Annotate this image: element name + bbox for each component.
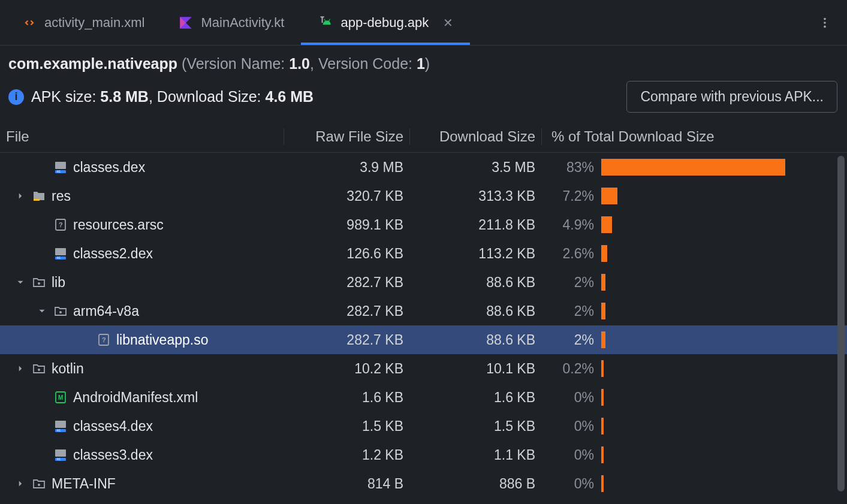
chevron-down-icon[interactable]: [36, 305, 48, 317]
raw-size: 1.2 KB: [284, 447, 409, 463]
pct-value: 0%: [541, 418, 601, 434]
raw-size: 282.7 KB: [284, 332, 409, 348]
tab-label: activity_main.xml: [44, 15, 144, 31]
pct-bar: [601, 389, 847, 406]
compare-button[interactable]: Compare with previous APK...: [626, 81, 837, 113]
dex-icon: [53, 447, 68, 463]
manifest-icon: [53, 390, 68, 405]
raw-size: 282.7 KB: [284, 274, 409, 291]
file-name: resources.arsc: [73, 217, 164, 233]
table-row[interactable]: classes2.dex 126.6 KB 113.2 KB 2.6%: [0, 239, 847, 268]
folder-dot-icon: [53, 303, 68, 319]
pct-bar: [601, 188, 847, 204]
file-name: libnativeapp.so: [116, 332, 208, 348]
download-size: 3.5 MB: [409, 159, 541, 176]
folder-dot-icon: [31, 361, 47, 376]
pct-bar: [601, 331, 847, 348]
pct-bar: [601, 446, 847, 463]
pct-bar: [601, 475, 847, 492]
pct-value: 7.2%: [541, 188, 601, 204]
dex-icon: [53, 246, 68, 261]
col-download[interactable]: Download Size: [409, 128, 541, 145]
download-size: 886 B: [409, 476, 541, 492]
pct-value: 2%: [541, 332, 601, 348]
chevron-right-icon[interactable]: [14, 363, 26, 375]
file-name: classes3.dex: [73, 447, 153, 463]
folder-dot-icon: [31, 476, 47, 491]
col-file[interactable]: File: [6, 128, 284, 145]
folder-dot-icon: [31, 274, 47, 290]
scrollbar-thumb[interactable]: [837, 156, 845, 491]
scrollbar[interactable]: [837, 156, 845, 500]
chevron-right-icon[interactable]: [14, 478, 26, 490]
chevron-right-icon[interactable]: [14, 190, 26, 202]
more-button[interactable]: [803, 0, 847, 45]
folder-icon: [31, 188, 47, 204]
file-name: kotlin: [52, 361, 84, 377]
table-row[interactable]: AndroidManifest.xml 1.6 KB 1.6 KB 0%: [0, 383, 847, 412]
file-name: META-INF: [52, 476, 116, 492]
raw-size: 126.6 KB: [284, 246, 409, 262]
download-size: 88.6 KB: [409, 332, 541, 348]
pct-value: 2%: [541, 274, 601, 291]
file-name: res: [52, 188, 71, 204]
download-size: 313.3 KB: [409, 188, 541, 204]
unknown-icon: [96, 332, 111, 348]
tab-app-debug-apk[interactable]: app-debug.apk ✕: [301, 0, 470, 45]
table-row[interactable]: arm64-v8a 282.7 KB 88.6 KB 2%: [0, 297, 847, 325]
dex-icon: [53, 418, 68, 434]
table-row[interactable]: resources.arsc 989.1 KB 211.8 KB 4.9%: [0, 210, 847, 239]
pct-bar: [601, 303, 847, 319]
pct-bar: [601, 274, 847, 291]
table-row[interactable]: META-INF 814 B 886 B 0%: [0, 469, 847, 498]
raw-size: 3.9 MB: [284, 159, 409, 176]
apk-icon: [318, 15, 333, 31]
table-row[interactable]: kotlin 10.2 KB 10.1 KB 0.2%: [0, 354, 847, 383]
col-pct[interactable]: % of Total Download Size: [541, 128, 847, 145]
download-size: 1.1 KB: [409, 447, 541, 463]
pct-value: 0%: [541, 390, 601, 406]
download-size: 10.1 KB: [409, 361, 541, 377]
close-icon[interactable]: ✕: [443, 16, 453, 30]
chevron-down-icon[interactable]: [14, 276, 26, 288]
pct-bar: [601, 418, 847, 434]
col-raw[interactable]: Raw File Size: [284, 128, 409, 145]
unknown-icon: [53, 217, 68, 233]
size-info: i APK size: 5.8 MB, Download Size: 4.6 M…: [8, 88, 314, 105]
file-name: lib: [52, 274, 65, 291]
table-row[interactable]: libnativeapp.so 282.7 KB 88.6 KB 2%: [0, 325, 847, 354]
pct-bar: [601, 159, 847, 176]
raw-size: 989.1 KB: [284, 217, 409, 233]
pct-value: 83%: [541, 159, 601, 176]
pct-value: 0%: [541, 447, 601, 463]
info-icon: i: [8, 89, 24, 105]
table-row[interactable]: classes.dex 3.9 MB 3.5 MB 83%: [0, 153, 847, 182]
download-size: 88.6 KB: [409, 303, 541, 319]
table-row[interactable]: res 320.7 KB 313.3 KB 7.2%: [0, 182, 847, 210]
file-name: classes2.dex: [73, 246, 153, 262]
tab-activity_main-xml[interactable]: activity_main.xml: [5, 0, 161, 45]
download-size: 1.5 KB: [409, 418, 541, 434]
pct-value: 4.9%: [541, 217, 601, 233]
package-info: com.example.nativeapp (Version Name: 1.0…: [8, 55, 837, 81]
download-size: 211.8 KB: [409, 217, 541, 233]
file-name: classes.dex: [73, 159, 145, 176]
table-row[interactable]: classes4.dex 1.5 KB 1.5 KB 0%: [0, 412, 847, 440]
table-header: File Raw File Size Download Size % of To…: [0, 122, 847, 153]
download-size: 113.2 KB: [409, 246, 541, 262]
more-icon: [818, 16, 831, 29]
pct-value: 2.6%: [541, 246, 601, 262]
table-row[interactable]: classes3.dex 1.2 KB 1.1 KB 0%: [0, 440, 847, 469]
raw-size: 10.2 KB: [284, 361, 409, 377]
pct-value: 2%: [541, 303, 601, 319]
package-name: com.example.nativeapp: [8, 55, 177, 72]
dex-icon: [53, 159, 68, 175]
table-row[interactable]: lib 282.7 KB 88.6 KB 2%: [0, 268, 847, 297]
raw-size: 320.7 KB: [284, 188, 409, 204]
file-name: AndroidManifest.xml: [73, 390, 198, 406]
tab-mainactivity-kt[interactable]: MainActivity.kt: [161, 0, 301, 45]
tab-label: app-debug.apk: [340, 15, 429, 31]
raw-size: 1.5 KB: [284, 418, 409, 434]
file-tree: classes.dex 3.9 MB 3.5 MB 83% res 320.7 …: [0, 153, 847, 498]
kotlin-icon: [178, 15, 194, 31]
